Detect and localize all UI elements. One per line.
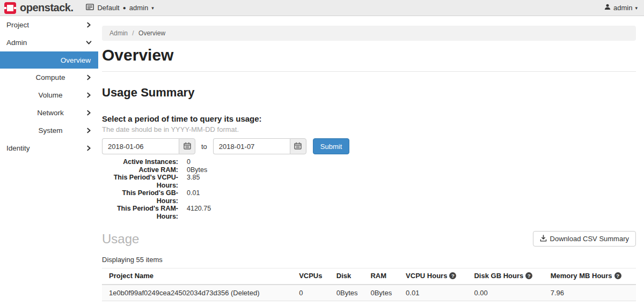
col-vcpu-hours[interactable]: VCPU Hours? <box>406 268 474 285</box>
col-project-name[interactable]: Project Name <box>102 268 299 285</box>
usage-summary-heading: Usage Summary <box>102 86 636 100</box>
sidebar: Project Admin Overview Compute Volume Ne… <box>0 16 98 306</box>
cell-project-name: 1e0b0f99af0249cea24502034d73d356 (Delete… <box>102 285 299 301</box>
sidebar-item-system[interactable]: System <box>0 122 98 139</box>
stat-active-ram: Active RAM: 0Bytes <box>102 166 636 174</box>
help-icon[interactable]: ? <box>449 272 456 279</box>
user-icon <box>604 4 611 12</box>
download-csv-button[interactable]: Download CSV Summary <box>533 231 636 247</box>
end-date-input[interactable] <box>213 138 290 154</box>
submit-button[interactable]: Submit <box>313 138 349 154</box>
chevron-right-icon <box>86 110 92 116</box>
end-date-calendar-button[interactable] <box>290 138 306 154</box>
usage-table-header-row: Usage Download CSV Summary <box>102 231 636 247</box>
current-project: admin <box>129 4 148 12</box>
breadcrumb: Admin / Overview <box>102 26 636 41</box>
domain-list-icon <box>86 4 94 12</box>
sidebar-item-network[interactable]: Network <box>0 104 98 122</box>
chevron-right-icon <box>86 74 92 80</box>
chevron-right-icon <box>86 128 92 133</box>
col-disk[interactable]: Disk <box>336 268 371 285</box>
sidebar-item-project[interactable]: Project <box>0 16 98 34</box>
stat-gb-hours: This Period's GB-Hours: 0.01 <box>102 189 636 205</box>
chevron-right-icon <box>86 145 92 151</box>
breadcrumb-current: Overview <box>138 29 165 37</box>
date-query-prompt: Select a period of time to query its usa… <box>102 114 636 123</box>
calendar-icon <box>184 142 191 151</box>
dot-separator-icon: ● <box>123 5 126 11</box>
title-divider <box>102 71 636 72</box>
table-row: bf11c5fa0f1b452db4b7741a6c33a92f (Delete… <box>102 301 636 306</box>
stat-vcpu-hours: This Period's VCPU-Hours: 3.85 <box>102 174 636 189</box>
chevron-right-icon <box>86 22 92 28</box>
usage-table: Project Name VCPUs Disk RAM VCPU Hours? … <box>102 268 636 306</box>
chevron-down-icon <box>86 40 92 46</box>
start-date-group <box>102 138 195 154</box>
user-menu[interactable]: admin ▾ <box>604 4 638 12</box>
stat-ram-hours: This Period's RAM-Hours: 4120.75 <box>102 205 636 220</box>
openstack-logo-icon <box>4 2 16 14</box>
col-vcpus[interactable]: VCPUs <box>299 268 336 285</box>
sidebar-item-volume[interactable]: Volume <box>0 86 98 104</box>
start-date-calendar-button[interactable] <box>179 138 195 154</box>
sidebar-item-admin[interactable]: Admin <box>0 34 98 51</box>
col-memory-mb-hours[interactable]: Memory MB Hours? <box>551 268 636 285</box>
chevron-right-icon <box>86 92 92 98</box>
sidebar-item-identity[interactable]: Identity <box>0 139 98 157</box>
start-date-input[interactable] <box>102 138 179 154</box>
help-icon[interactable]: ? <box>525 272 532 279</box>
help-icon[interactable]: ? <box>614 272 621 279</box>
end-date-group <box>213 138 306 154</box>
table-header-row: Project Name VCPUs Disk RAM VCPU Hours? … <box>102 268 636 285</box>
topbar: openstack. Default ● admin ▾ admin ▾ <box>0 0 644 16</box>
col-ram[interactable]: RAM <box>370 268 406 285</box>
sidebar-item-compute[interactable]: Compute <box>0 69 98 86</box>
cell-project-name: bf11c5fa0f1b452db4b7741a6c33a92f (Delete… <box>102 301 299 306</box>
brand-text: openstack. <box>20 2 73 14</box>
to-label: to <box>201 143 207 151</box>
usage-stats: Active Instances: 0 Active RAM: 0Bytes T… <box>102 158 636 220</box>
download-icon <box>540 235 547 243</box>
main-content: Admin / Overview Overview Usage Summary … <box>98 16 644 306</box>
domain-project-switcher[interactable]: Default ● admin ▾ <box>86 4 153 12</box>
table-row: 1e0b0f99af0249cea24502034d73d356 (Delete… <box>102 285 636 301</box>
sidebar-item-overview[interactable]: Overview <box>0 51 98 69</box>
col-disk-gb-hours[interactable]: Disk GB Hours? <box>474 268 550 285</box>
items-count: Displaying 55 items <box>102 256 636 264</box>
breadcrumb-separator: / <box>132 29 134 37</box>
date-format-hint: The date should be in YYYY-MM-DD format. <box>102 125 636 133</box>
chevron-down-icon: ▾ <box>151 5 154 11</box>
user-name: admin <box>613 4 632 12</box>
page-title: Overview <box>102 46 636 64</box>
calendar-icon <box>294 142 302 151</box>
current-domain: Default <box>97 4 119 12</box>
brand-home-link[interactable]: openstack. <box>4 2 73 14</box>
breadcrumb-admin-link[interactable]: Admin <box>109 29 128 37</box>
date-range-form: to Submit <box>102 138 636 154</box>
stat-active-instances: Active Instances: 0 <box>102 158 636 166</box>
chevron-down-icon: ▾ <box>635 5 638 11</box>
usage-table-title: Usage <box>102 232 139 247</box>
